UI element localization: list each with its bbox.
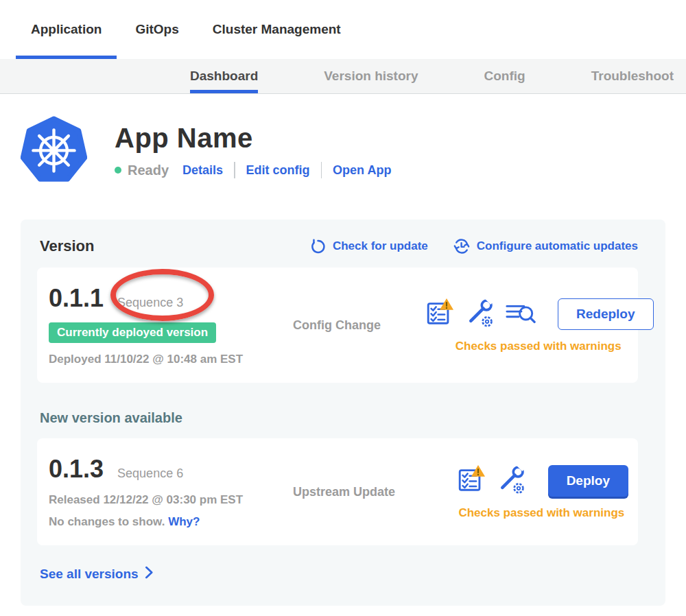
tab-version-history[interactable]: Version history xyxy=(324,59,418,93)
deployed-timestamp: Deployed 11/10/22 @ 10:48 am EST xyxy=(49,353,293,366)
available-checks-warning: Checks passed with warnings xyxy=(458,506,624,520)
refresh-icon xyxy=(309,238,327,255)
available-version-card: 0.1.3 Sequence 6 Released 12/12/22 @ 03:… xyxy=(37,438,638,545)
released-timestamp: Released 12/12/22 @ 03:30 pm EST xyxy=(49,493,293,507)
app-title: App Name xyxy=(115,123,391,154)
app-header: App Name Ready Details Edit config Open … xyxy=(21,116,665,185)
available-sequence-label: Sequence 6 xyxy=(117,466,183,481)
details-link[interactable]: Details xyxy=(182,163,223,178)
edit-config-link[interactable]: Edit config xyxy=(246,163,310,178)
tab-dashboard[interactable]: Dashboard xyxy=(190,59,258,93)
chevron-right-icon xyxy=(145,566,154,582)
deployed-checks-warning: Checks passed with warnings xyxy=(456,340,622,353)
view-diff-icon[interactable] xyxy=(506,298,536,331)
divider xyxy=(321,162,322,178)
deployed-version-card: 0.1.1 Sequence 3 Currently deployed vers… xyxy=(37,268,638,383)
configure-automatic-updates-label: Configure automatic updates xyxy=(477,239,638,253)
ready-status-dot xyxy=(115,167,121,174)
see-all-versions-label: See all versions xyxy=(40,567,139,582)
available-version-number: 0.1.3 xyxy=(49,455,104,484)
tab-cluster-management[interactable]: Cluster Management xyxy=(198,0,356,59)
check-for-update-label: Check for update xyxy=(333,239,428,253)
schedule-refresh-icon xyxy=(453,237,471,255)
open-app-link[interactable]: Open App xyxy=(333,163,391,178)
redeploy-button[interactable]: Redeploy xyxy=(558,298,654,330)
tab-troubleshoot[interactable]: Troubleshoot xyxy=(591,59,674,93)
ready-status-label: Ready xyxy=(128,163,169,178)
deployed-source-label: Config Change xyxy=(293,318,423,333)
deploy-button[interactable]: Deploy xyxy=(548,465,628,497)
tab-config[interactable]: Config xyxy=(484,59,525,93)
no-changes-note: No changes to show. xyxy=(49,515,165,528)
preflight-checks-icon[interactable] xyxy=(455,464,486,497)
tab-application[interactable]: Application xyxy=(16,0,117,59)
why-link[interactable]: Why? xyxy=(168,515,200,528)
primary-nav: Application GitOps Cluster Management xyxy=(0,0,686,59)
check-for-update-button[interactable]: Check for update xyxy=(309,237,428,255)
divider xyxy=(234,162,235,178)
config-wrench-icon[interactable] xyxy=(497,464,526,497)
see-all-versions-link[interactable]: See all versions xyxy=(40,566,154,582)
available-source-label: Upstream Update xyxy=(293,485,423,499)
configure-automatic-updates-button[interactable]: Configure automatic updates xyxy=(453,237,638,255)
version-panel: Version Check for update xyxy=(21,220,665,606)
currently-deployed-badge: Currently deployed version xyxy=(49,322,216,343)
app-sub-nav: Dashboard Version history Config Trouble… xyxy=(0,59,686,94)
version-panel-title: Version xyxy=(40,237,94,255)
kubernetes-logo-icon xyxy=(21,116,87,185)
config-wrench-icon[interactable] xyxy=(466,298,495,331)
tab-gitops[interactable]: GitOps xyxy=(120,0,193,59)
new-version-heading: New version available xyxy=(40,410,638,426)
deployed-version-number: 0.1.1 xyxy=(49,284,104,313)
deployed-sequence-label: Sequence 3 xyxy=(117,296,183,310)
preflight-checks-icon[interactable] xyxy=(423,298,455,331)
